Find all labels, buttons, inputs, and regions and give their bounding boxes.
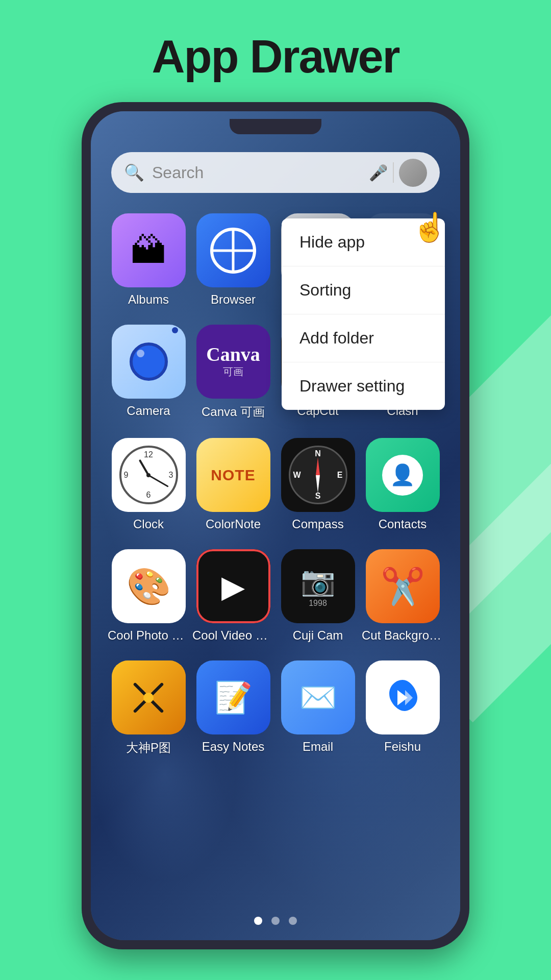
camera-dot bbox=[172, 327, 178, 333]
app-item-compass[interactable]: N S E W Compass bbox=[276, 433, 360, 536]
context-menu-drawer-setting[interactable]: Drawer setting bbox=[282, 362, 445, 410]
app-label-browser: Browser bbox=[211, 292, 256, 307]
compass-w: W bbox=[293, 471, 301, 480]
app-item-browser[interactable]: Browser bbox=[191, 208, 276, 312]
app-icon-coolvideo: ▶ bbox=[196, 549, 270, 623]
coolphoto-inner: 🎨 bbox=[112, 549, 186, 623]
app-icon-email: ✉️ bbox=[281, 660, 355, 734]
app-item-camera[interactable]: Camera bbox=[106, 320, 191, 425]
app-icon-albums bbox=[112, 213, 186, 287]
easynotes-inner: 📝 bbox=[196, 660, 270, 734]
app-label-easynotes: Easy Notes bbox=[202, 740, 265, 754]
app-icon-feishu bbox=[366, 660, 440, 734]
app-label-dashene: 大神P图 bbox=[126, 740, 171, 756]
app-label-feishu: Feishu bbox=[384, 740, 421, 754]
compass-needle bbox=[316, 457, 320, 493]
contacts-inner: 👤 bbox=[366, 438, 440, 512]
clock-6: 6 bbox=[146, 491, 151, 500]
phone-frame: 🔍 Search 🎤 Hide app Sorting Add folder D… bbox=[82, 102, 469, 949]
app-label-coolphoto: Cool Photo Edit... bbox=[108, 628, 189, 643]
status-bar bbox=[91, 111, 460, 142]
app-label-email: Email bbox=[303, 740, 333, 754]
context-menu: Hide app Sorting Add folder Drawer setti… bbox=[282, 218, 445, 410]
assistant-button[interactable] bbox=[399, 159, 427, 187]
compass-e: E bbox=[337, 471, 343, 480]
app-item-coolphoto[interactable]: 🎨 Cool Photo Edit... bbox=[106, 544, 191, 648]
compass-needle-bot bbox=[316, 475, 320, 493]
app-item-canva[interactable]: Canva 可画 Canva 可画 bbox=[191, 320, 276, 425]
app-icon-cutbg: ✂️ bbox=[366, 549, 440, 623]
colornote-note-text: NOTE bbox=[211, 467, 255, 484]
clock-3: 3 bbox=[169, 471, 173, 480]
app-item-email[interactable]: ✉️ Email bbox=[276, 655, 360, 761]
app-label-albums: Albums bbox=[128, 292, 169, 307]
context-menu-add-folder[interactable]: Add folder bbox=[282, 314, 445, 362]
search-divider bbox=[393, 162, 394, 183]
app-icon-colornote: NOTE bbox=[196, 438, 270, 512]
app-icon-compass: N S E W bbox=[281, 438, 355, 512]
app-icon-dashene bbox=[112, 660, 186, 734]
app-item-contacts[interactable]: 👤 Contacts bbox=[360, 433, 445, 536]
app-item-albums[interactable]: Albums bbox=[106, 208, 191, 312]
compass-s: S bbox=[315, 492, 321, 501]
app-label-contacts: Contacts bbox=[379, 517, 427, 531]
app-icon-contacts: 👤 bbox=[366, 438, 440, 512]
app-label-cujicam: Cuji Cam bbox=[293, 628, 343, 643]
app-icon-cujicam: 📷 1998 bbox=[281, 549, 355, 623]
compass-needle-top bbox=[316, 457, 320, 475]
search-bar[interactable]: 🔍 Search 🎤 bbox=[111, 152, 440, 193]
app-item-colornote[interactable]: NOTE ColorNote bbox=[191, 433, 276, 536]
clock-9: 9 bbox=[124, 471, 129, 480]
app-item-feishu[interactable]: Feishu bbox=[360, 655, 445, 761]
page-dot-2[interactable] bbox=[271, 917, 280, 925]
email-inner: ✉️ bbox=[281, 660, 355, 734]
clock-hand-min bbox=[148, 474, 168, 487]
clock-face: 12 3 6 9 bbox=[119, 446, 178, 504]
camera-inner bbox=[112, 325, 186, 399]
clock-12: 12 bbox=[144, 450, 153, 459]
albums-inner bbox=[112, 213, 186, 287]
app-icon-clock: 12 3 6 9 bbox=[112, 438, 186, 512]
mic-icon[interactable]: 🎤 bbox=[369, 164, 388, 182]
search-placeholder: Search bbox=[152, 163, 361, 182]
app-label-colornote: ColorNote bbox=[206, 517, 261, 531]
app-item-clock[interactable]: 12 3 6 9 Clock bbox=[106, 433, 191, 536]
clock-center bbox=[146, 473, 151, 477]
app-icon-coolphoto: 🎨 bbox=[112, 549, 186, 623]
context-menu-sorting[interactable]: Sorting bbox=[282, 266, 445, 314]
compass-face: N S E W bbox=[289, 446, 347, 504]
app-icon-easynotes: 📝 bbox=[196, 660, 270, 734]
app-label-camera: Camera bbox=[127, 404, 170, 418]
app-item-cutbg[interactable]: ✂️ Cut Background bbox=[360, 544, 445, 648]
app-icon-browser bbox=[196, 213, 270, 287]
app-icon-canva: Canva 可画 bbox=[196, 325, 270, 399]
canva-text: Canva bbox=[206, 345, 260, 364]
notch bbox=[230, 119, 321, 134]
page-dot-3[interactable] bbox=[289, 917, 297, 925]
cutbg-inner: ✂️ bbox=[366, 549, 440, 623]
page-title: App Drawer bbox=[0, 0, 551, 104]
feishu-inner bbox=[366, 660, 440, 734]
colornote-inner: NOTE bbox=[196, 438, 270, 512]
browser-globe bbox=[210, 228, 256, 274]
app-item-cujicam[interactable]: 📷 1998 Cuji Cam bbox=[276, 544, 360, 648]
dashene-inner bbox=[112, 660, 186, 734]
camera-lens bbox=[130, 342, 168, 381]
app-item-dashene[interactable]: 大神P图 bbox=[106, 655, 191, 761]
app-item-easynotes[interactable]: 📝 Easy Notes bbox=[191, 655, 276, 761]
feishu-logo-svg bbox=[380, 675, 425, 721]
app-item-coolvideo[interactable]: ▶ Cool Video Edit... bbox=[191, 544, 276, 648]
app-label-canva: Canva 可画 bbox=[202, 404, 265, 420]
page-dot-1[interactable] bbox=[254, 917, 262, 925]
search-icon: 🔍 bbox=[124, 163, 144, 182]
page-indicator bbox=[254, 917, 297, 925]
contacts-avatar: 👤 bbox=[382, 455, 423, 496]
app-label-cutbg: Cut Background bbox=[362, 628, 443, 643]
cursor-hand-icon: ☝️ bbox=[412, 211, 447, 244]
cujicam-inner: 📷 1998 bbox=[281, 549, 355, 623]
app-icon-camera bbox=[112, 325, 186, 399]
app-label-clock: Clock bbox=[133, 517, 164, 531]
coolvideo-inner: ▶ bbox=[196, 549, 270, 623]
search-right: 🎤 bbox=[369, 159, 427, 187]
phone-screen: 🔍 Search 🎤 Hide app Sorting Add folder D… bbox=[91, 111, 460, 940]
